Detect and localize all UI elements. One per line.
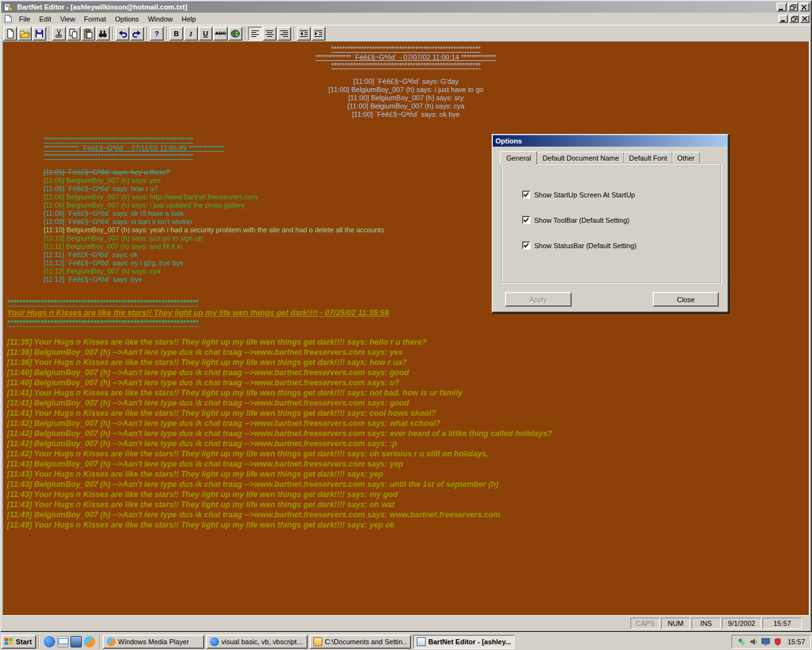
new-document-icon: [5, 29, 15, 39]
document-area[interactable]: ****************************************…: [3, 41, 809, 616]
toolbar-separator: [112, 27, 114, 40]
menu-item[interactable]: Edit: [35, 14, 56, 24]
caps-lock-indicator: CAPS: [631, 618, 660, 629]
minimize-icon: [780, 16, 787, 22]
options-dialog-titlebar[interactable]: Options: [493, 135, 728, 147]
bold-button[interactable]: B: [169, 27, 183, 41]
toolbar-separator: [245, 27, 246, 40]
align-right-button[interactable]: [277, 27, 291, 41]
document-icon[interactable]: [4, 15, 13, 23]
undo-button[interactable]: [115, 27, 129, 41]
font-color-button[interactable]: [228, 27, 242, 41]
close-button[interactable]: [799, 3, 809, 11]
open-button[interactable]: [18, 27, 32, 41]
checkbox[interactable]: [522, 190, 530, 199]
insert-mode-indicator: INS: [691, 618, 721, 629]
chat-line: [11:00] ´Féê£§~Gªõd´ says: G'day: [3, 77, 809, 86]
menu-item[interactable]: Help: [177, 14, 200, 24]
checkbox[interactable]: [522, 216, 530, 224]
align-left-button[interactable]: [248, 27, 262, 41]
options-tab[interactable]: Other: [672, 152, 700, 164]
mdi-minimize-button[interactable]: [778, 15, 788, 23]
increase-indent-button[interactable]: [311, 27, 325, 41]
menu-item[interactable]: File: [15, 14, 35, 24]
chat-line: ****************************************…: [3, 45, 809, 53]
checkbox[interactable]: [522, 241, 530, 249]
mdi-restore-button[interactable]: [789, 15, 799, 23]
chat-session-1: ****************************************…: [3, 45, 809, 119]
menu-item[interactable]: View: [56, 14, 80, 24]
color-palette-icon: [230, 29, 240, 39]
align-center-button[interactable]: [263, 27, 277, 41]
antivirus-icon[interactable]: [773, 637, 782, 646]
status-date: 9/1/2002: [722, 618, 761, 629]
chat-line: [11:41] Your Hugs n Kisses are like the …: [7, 408, 809, 418]
messenger-icon[interactable]: [737, 637, 746, 646]
open-folder-icon: [20, 29, 30, 39]
taskbar-task-button[interactable]: C:\Documents and Settin...: [310, 635, 411, 649]
underline-button[interactable]: U: [199, 27, 213, 41]
taskbar-task-button[interactable]: BartNet Editor - [ashley...: [413, 635, 514, 649]
task-icon: [210, 637, 219, 646]
status-message-panel: [3, 618, 629, 629]
chat-line: [11:41] BelgiumBoy_007 (h) -->Aan't lere…: [7, 398, 809, 408]
new-button[interactable]: [3, 27, 17, 41]
options-tab[interactable]: General: [500, 151, 537, 164]
chat-line: [11:00] BelgiumBoy_007 (h) says: i just …: [3, 86, 809, 94]
chat-line: ****************************************…: [3, 62, 809, 70]
chat-line: [11:43] Your Hugs n Kisses are like the …: [7, 469, 809, 479]
copy-button[interactable]: [67, 27, 81, 41]
checkbox-row[interactable]: Show ToolBar (Default Setting): [522, 216, 629, 224]
taskbar-task-button[interactable]: Windows Media Player: [103, 635, 204, 649]
media-player-quicklaunch-icon[interactable]: [84, 636, 95, 647]
checkbox-row[interactable]: Show StartUp Screen At StartUp: [522, 190, 635, 199]
underline-icon: U: [203, 30, 208, 37]
italic-button[interactable]: I: [184, 27, 198, 41]
chat-line: [11:43] Your Hugs n Kisses are like the …: [7, 500, 809, 510]
task-label: Windows Media Player: [118, 638, 189, 646]
mdi-close-button[interactable]: [800, 15, 809, 23]
copy-icon: [69, 29, 79, 39]
cut-button[interactable]: [52, 27, 66, 41]
chat-line: [11:36] BelgiumBoy_007 (h) -->Aan't lere…: [7, 347, 809, 357]
options-tab[interactable]: Default Font: [624, 152, 672, 164]
start-button[interactable]: Start: [1, 635, 36, 649]
checkbox-row[interactable]: Show StatusBar (Default Setting): [522, 241, 636, 249]
menu-item[interactable]: Format: [79, 14, 110, 24]
minimize-button[interactable]: [776, 3, 787, 11]
chat-line: [11:49] Your Hugs n Kisses are like the …: [7, 520, 809, 530]
chat-line: [11:00] ´Féê£§~Gªõd´ says: ok bye: [3, 110, 809, 119]
close-button[interactable]: Close: [653, 292, 719, 307]
task-buttons: Windows Media Player visual basic, vb, v…: [103, 635, 514, 649]
menu-item[interactable]: Window: [143, 14, 177, 24]
restore-button[interactable]: [788, 3, 798, 11]
chat-line: [11:42] BelgiumBoy_007 (h) -->Aan't lere…: [7, 428, 809, 439]
find-button[interactable]: [96, 27, 110, 41]
redo-arrow-icon: [132, 29, 142, 39]
taskbar-task-button[interactable]: visual basic, vb, vbscript...: [206, 635, 308, 649]
display-settings-icon[interactable]: [761, 637, 770, 646]
chat-line: ****************************************…: [7, 318, 809, 328]
save-button[interactable]: [32, 27, 46, 41]
volume-icon[interactable]: [749, 637, 758, 646]
align-left-icon: [250, 29, 260, 39]
help-button[interactable]: ?: [150, 27, 164, 41]
chat-line: [11:35] Your Hugs n Kisses are like the …: [7, 337, 809, 347]
paste-button[interactable]: [81, 27, 95, 41]
options-dialog-title: Options: [495, 137, 522, 145]
strikethrough-icon: ABC: [215, 30, 226, 36]
options-tab[interactable]: Default Document Name: [537, 152, 624, 164]
title-bar[interactable]: BartNet Editor - [ashleywilkinson@hotmai…: [1, 1, 811, 13]
outlook-express-icon[interactable]: [57, 636, 69, 647]
chat-line: [11:41] Your Hugs n Kisses are like the …: [7, 388, 809, 398]
decrease-indent-button[interactable]: [297, 27, 311, 41]
menu-item[interactable]: Options: [110, 14, 143, 24]
internet-explorer-icon[interactable]: [44, 636, 55, 647]
restore-icon: [791, 16, 797, 22]
redo-button[interactable]: [130, 27, 144, 41]
show-desktop-icon[interactable]: [70, 636, 82, 647]
toolbar-separator: [49, 27, 50, 40]
apply-button[interactable]: Apply: [505, 292, 572, 307]
strikethrough-button[interactable]: ABC: [213, 27, 228, 41]
num-lock-indicator: NUM: [661, 618, 690, 629]
